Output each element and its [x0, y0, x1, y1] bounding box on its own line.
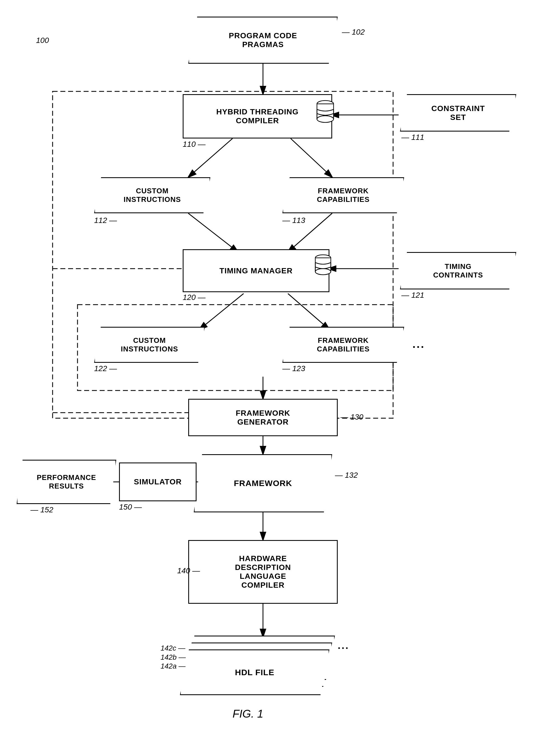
framework-capabilities-2: FRAMEWORK CAPABILITIES	[283, 327, 404, 363]
ref-150: 150 —	[119, 503, 142, 512]
ref-142a: 142a —	[160, 662, 186, 670]
svg-point-28	[315, 269, 331, 275]
timing-manager: TIMING MANAGER	[183, 249, 329, 292]
svg-point-23	[317, 116, 334, 122]
simulator: SIMULATOR	[119, 462, 197, 501]
diagram-container: 100 PROGRAM CODE PRAGMAS — 102 HYBRID TH…	[0, 0, 560, 740]
ref-111: — 111	[402, 133, 424, 142]
svg-line-10	[288, 294, 329, 330]
custom-instructions-2: CUSTOM INSTRUCTIONS	[94, 327, 205, 363]
ref-112: 112 —	[94, 216, 117, 225]
ref-142b: 142b —	[160, 653, 186, 662]
hdl-compiler: HARDWARE DESCRIPTION LANGUAGE COMPILER	[188, 540, 338, 604]
ref-123: — 123	[283, 364, 305, 373]
label-100: 100	[36, 36, 49, 45]
performance-results: PERFORMANCE RESULTS	[17, 460, 116, 504]
ref-121: — 121	[402, 291, 424, 300]
ref-113: — 113	[283, 216, 305, 225]
hdl-file-142a: HDL FILE	[180, 649, 329, 695]
ref-142c: 142c —	[160, 644, 186, 652]
svg-line-5	[291, 138, 332, 177]
ref-140: 140 —	[177, 566, 200, 575]
ellipsis-dots-hdl: ...	[338, 640, 349, 651]
ref-130: — 130	[340, 412, 363, 422]
db-icon-timing	[314, 254, 335, 281]
ellipsis-dots-1: ...	[413, 338, 425, 350]
svg-line-9	[199, 294, 244, 330]
ref-120: 120 —	[183, 293, 206, 302]
ref-110: 110 —	[183, 140, 206, 149]
ref-102: — 102	[342, 28, 365, 36]
program-code-pragmas: PROGRAM CODE PRAGMAS	[188, 17, 338, 64]
framework-capabilities-1: FRAMEWORK CAPABILITIES	[283, 177, 404, 213]
figure-caption: FIG. 1	[233, 708, 263, 720]
custom-instructions-1: CUSTOM INSTRUCTIONS	[94, 177, 210, 213]
framework: FRAMEWORK	[194, 454, 332, 513]
ref-122: 122 —	[94, 364, 117, 373]
db-icon-compiler	[316, 100, 338, 127]
ref-132: — 132	[335, 471, 358, 480]
timing-constraints: TIMING CONTRAINTS	[400, 252, 516, 289]
svg-line-6	[188, 213, 238, 252]
constraint-set: CONSTRAINT SET	[400, 94, 516, 131]
ref-152: — 152	[30, 505, 53, 514]
framework-generator: FRAMEWORK GENERATOR	[188, 399, 338, 436]
hybrid-threading-compiler: HYBRID THREADING COMPILER	[183, 94, 332, 138]
